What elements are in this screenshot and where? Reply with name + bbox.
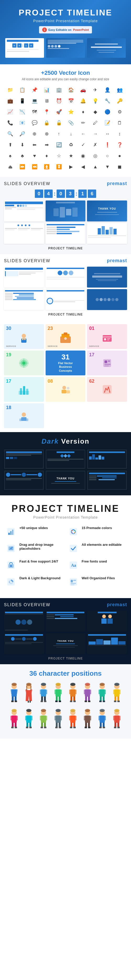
- svg-rect-173: [59, 727, 61, 728]
- icon-item: ⏬: [54, 162, 64, 172]
- char-figure-5: [67, 683, 79, 706]
- icon-item: 🗺: [30, 107, 40, 117]
- svg-rect-53: [70, 545, 77, 552]
- feature-icon-6: Aa: [68, 559, 79, 571]
- char-figure-8: [110, 683, 123, 706]
- svg-point-29: [67, 387, 69, 390]
- char-figure-6: [81, 683, 94, 706]
- version-rest: Version: [59, 438, 89, 445]
- svg-point-33: [109, 391, 110, 393]
- feature-icon-7: [5, 576, 17, 588]
- svg-rect-12: [107, 340, 109, 340]
- icons-count: +2500: [41, 70, 58, 76]
- svg-point-47: [74, 532, 75, 533]
- slide-thumb-1-1: [4, 200, 44, 221]
- svg-rect-67: [71, 584, 74, 585]
- slide-thumb-2-4: [4, 289, 44, 310]
- feature-6: Aa Free fonts used: [68, 559, 126, 571]
- svg-rect-75: [15, 700, 17, 702]
- icons-title: +2500 Vector Icon: [4, 70, 127, 76]
- svg-rect-64: [71, 580, 73, 582]
- dark-overview-slide-1: [4, 611, 44, 632]
- svg-rect-87: [40, 690, 42, 694]
- icon-item: ♥: [30, 151, 40, 161]
- icon-item: 🔔: [78, 96, 88, 106]
- feature-icon-8: [68, 576, 79, 588]
- icon-item: ❓: [115, 140, 125, 150]
- svg-rect-109: [70, 700, 72, 702]
- dark-word: Dark: [42, 438, 59, 445]
- svg-point-147: [11, 709, 17, 712]
- slide-thumb-2-2: [46, 267, 86, 288]
- svg-point-44: [72, 530, 73, 531]
- icon-item: 📋: [17, 85, 27, 95]
- icon-item: ↑: [54, 129, 64, 139]
- feature-text-3: Drag and drop image placeholders: [19, 542, 64, 551]
- icon-item: 🔄: [54, 140, 64, 150]
- badge-number: 1: [42, 27, 47, 32]
- svg-point-48: [72, 532, 73, 533]
- svg-rect-21: [105, 364, 110, 365]
- icon-item: 👥: [115, 85, 125, 95]
- overview-title-bold-1: SLIDES: [4, 181, 22, 186]
- svg-rect-160: [45, 716, 47, 721]
- svg-point-183: [70, 709, 75, 712]
- digit-0: 0: [35, 189, 43, 198]
- svg-rect-110: [73, 700, 76, 702]
- svg-rect-195: [99, 716, 101, 721]
- svg-rect-196: [104, 716, 106, 721]
- icon-item: 📱: [17, 96, 27, 106]
- badge-text1: Easy Editable on: [48, 28, 72, 31]
- svg-rect-96: [54, 690, 57, 694]
- svg-rect-151: [30, 716, 32, 721]
- svg-rect-186: [84, 716, 86, 721]
- dark-slide-1: [4, 449, 44, 469]
- char-figure-4: [52, 683, 64, 706]
- char-figure-9: [8, 709, 21, 733]
- icon-item: 🔧: [102, 96, 112, 106]
- slides-grid-2: [4, 267, 127, 310]
- icon-item: ✏: [78, 118, 88, 128]
- feature-4: All elements are editable: [68, 542, 126, 554]
- icon-item: →: [90, 129, 101, 139]
- icon-item: ⊕: [30, 129, 40, 139]
- icon-item: ⚙: [115, 107, 125, 117]
- overview-label-1: PROJECT TIMELINE: [4, 247, 127, 250]
- svg-rect-83: [26, 686, 27, 690]
- slides-overview-2: SLIDES OVERVIEW premast: [0, 254, 131, 320]
- svg-rect-3: [24, 338, 26, 340]
- overview-header-1: SLIDES OVERVIEW premast: [4, 181, 127, 186]
- char-figure-3: [37, 683, 50, 706]
- icon-item: ❗: [102, 140, 112, 150]
- svg-rect-155: [29, 727, 32, 728]
- svg-rect-208: [114, 727, 116, 728]
- icon-item: 📊: [42, 85, 52, 95]
- colon-1: :: [54, 189, 56, 198]
- char-figure-2: [22, 683, 35, 706]
- project-timeline-main-subtitle: PowerPoint Presentation Template: [5, 515, 126, 519]
- dark-overview-slide-2: [46, 611, 86, 632]
- slide-thumb-2-1: [4, 267, 44, 288]
- svg-rect-154: [26, 727, 28, 728]
- svg-rect-127: [99, 700, 102, 702]
- overview-title-3: SLIDES OVERVIEW: [4, 603, 50, 607]
- fv-card-7: 17: [4, 377, 44, 402]
- svg-point-129: [99, 683, 105, 686]
- icon-item: 📁: [5, 85, 15, 95]
- svg-point-201: [99, 709, 105, 712]
- feature-8: Well Organized Files: [68, 576, 126, 588]
- svg-rect-209: [117, 727, 120, 728]
- svg-rect-66: [71, 583, 76, 584]
- features-grid: +50 unique slides 15 Premade colors: [5, 526, 126, 588]
- icon-item: ◀: [78, 162, 88, 172]
- slide-thumb-1-6: [87, 223, 127, 244]
- svg-rect-100: [55, 700, 58, 702]
- icon-item: ✗: [90, 140, 101, 150]
- icon-item: ⏩: [17, 162, 27, 172]
- svg-point-46: [74, 530, 75, 531]
- svg-rect-81: [30, 700, 30, 703]
- slide-thumb-1-5: [46, 223, 86, 244]
- svg-text:Aa: Aa: [71, 563, 76, 568]
- dark-slide-2: [46, 449, 86, 469]
- char-figure-14: [81, 709, 94, 733]
